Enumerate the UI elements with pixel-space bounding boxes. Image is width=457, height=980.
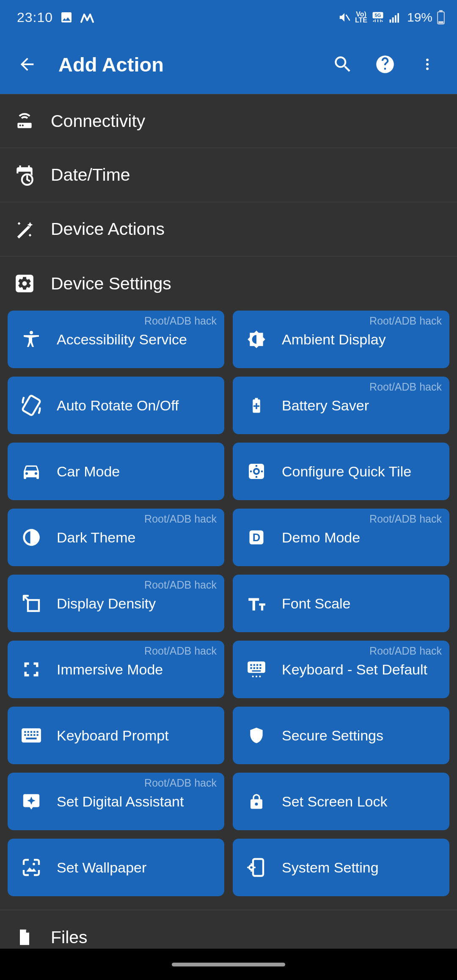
- tile-battery-saver[interactable]: Root/ADB hack Battery Saver: [233, 377, 449, 434]
- svg-rect-38: [259, 667, 261, 669]
- svg-rect-3: [389, 19, 391, 23]
- category-label: Device Actions: [51, 219, 165, 239]
- svg-rect-39: [252, 670, 261, 672]
- tile-label: Set Digital Assistant: [57, 793, 184, 810]
- tile-badge: Root/ADB hack: [144, 513, 217, 525]
- tile-set-screen-lock[interactable]: Set Screen Lock: [233, 773, 449, 830]
- router-icon: [12, 110, 37, 132]
- svg-rect-24: [250, 471, 252, 472]
- phone-gear-icon: [244, 857, 269, 878]
- tile-set-wallpaper[interactable]: Set Wallpaper: [8, 839, 224, 896]
- tile-badge: Root/ADB hack: [369, 513, 442, 525]
- tile-demo-mode[interactable]: Root/ADB hack D Demo Mode: [233, 509, 449, 566]
- tile-secure-settings[interactable]: Secure Settings: [233, 707, 449, 764]
- status-bar: 23:10 Vo)LTE 5G 19%: [0, 0, 457, 35]
- svg-rect-49: [24, 734, 26, 736]
- battery-icon: [437, 10, 445, 25]
- tile-badge: Root/ADB hack: [369, 381, 442, 393]
- tile-immersive-mode[interactable]: Root/ADB hack Immersive Mode: [8, 641, 224, 698]
- tile-system-setting[interactable]: System Setting: [233, 839, 449, 896]
- app-bar: Add Action: [0, 35, 457, 94]
- svg-point-15: [19, 124, 21, 126]
- tile-label: Keyboard Prompt: [57, 727, 169, 744]
- tile-dark-theme[interactable]: Root/ADB hack Dark Theme: [8, 509, 224, 566]
- svg-point-11: [426, 59, 429, 61]
- tile-label: Secure Settings: [282, 727, 383, 744]
- tile-accessibility-service[interactable]: Root/ADB hack Accessibility Service: [8, 311, 224, 368]
- svg-point-56: [33, 863, 35, 865]
- tile-label: System Setting: [282, 859, 379, 876]
- category-connectivity[interactable]: Connectivity: [0, 94, 457, 148]
- tile-font-scale[interactable]: Font Scale: [233, 575, 449, 632]
- tile-label: Set Screen Lock: [282, 793, 387, 810]
- tile-badge: Root/ADB hack: [369, 645, 442, 657]
- lock-icon: [244, 791, 269, 812]
- svg-rect-48: [37, 731, 39, 733]
- svg-rect-33: [256, 664, 258, 666]
- density-icon: [19, 593, 44, 614]
- tile-label: Font Scale: [282, 595, 351, 612]
- svg-rect-44: [24, 731, 26, 733]
- car-icon: [19, 461, 44, 482]
- svg-rect-25: [261, 471, 263, 472]
- content: Connectivity Date/Time Device Actions De…: [0, 94, 457, 949]
- category-label: Date/Time: [51, 165, 130, 185]
- svg-point-16: [22, 124, 24, 126]
- tile-label: Display Density: [57, 595, 156, 612]
- nav-bar: [0, 949, 457, 980]
- search-button[interactable]: [322, 43, 364, 85]
- volte-icon: Vo)LTE: [355, 11, 367, 24]
- svg-rect-50: [28, 734, 29, 736]
- tiles-grid: Root/ADB hack Accessibility Service Root…: [0, 311, 457, 910]
- svg-rect-5: [395, 15, 396, 23]
- category-device-actions[interactable]: Device Actions: [0, 202, 457, 256]
- category-files[interactable]: Files: [0, 910, 457, 949]
- tile-label: Configure Quick Tile: [282, 463, 411, 480]
- svg-rect-20: [22, 395, 41, 416]
- svg-rect-47: [33, 731, 35, 733]
- svg-rect-34: [259, 664, 261, 666]
- tile-car-mode[interactable]: Car Mode: [8, 443, 224, 500]
- rotate-icon: [19, 394, 44, 417]
- tile-keyboard-prompt[interactable]: Keyboard Prompt: [8, 707, 224, 764]
- svg-rect-32: [253, 664, 255, 666]
- tile-display-density[interactable]: Root/ADB hack Display Density: [8, 575, 224, 632]
- status-time: 23:10: [17, 10, 53, 25]
- tile-label: Ambient Display: [282, 331, 386, 348]
- help-button[interactable]: [364, 43, 406, 85]
- svg-rect-4: [392, 17, 394, 23]
- tile-configure-quick-tile[interactable]: Configure Quick Tile: [233, 443, 449, 500]
- home-indicator[interactable]: [172, 963, 285, 966]
- tile-auto-rotate[interactable]: Auto Rotate On/Off: [8, 377, 224, 434]
- battery-plus-icon: [244, 395, 269, 416]
- tile-label: Dark Theme: [57, 529, 135, 546]
- tile-label: Auto Rotate On/Off: [57, 397, 179, 414]
- tile-set-digital-assistant[interactable]: Root/ADB hack Set Digital Assistant: [8, 773, 224, 830]
- svg-point-12: [426, 63, 429, 66]
- settings-app-icon: [12, 273, 37, 294]
- section-label: Device Settings: [51, 274, 171, 294]
- calendar-clock-icon: [12, 165, 37, 186]
- svg-point-42: [259, 676, 261, 677]
- tile-label: Car Mode: [57, 463, 120, 480]
- svg-rect-59: [251, 863, 252, 865]
- arrow-back-icon: [17, 55, 37, 74]
- overflow-button[interactable]: [406, 43, 449, 85]
- svg-rect-60: [251, 870, 252, 872]
- tile-keyboard-set-default[interactable]: Root/ADB hack Keyboard - Set Default: [233, 641, 449, 698]
- category-datetime[interactable]: Date/Time: [0, 148, 457, 202]
- status-right: Vo)LTE 5G 19%: [338, 10, 445, 25]
- tile-label: Battery Saver: [282, 397, 369, 414]
- screen: 23:10 Vo)LTE 5G 19%: [0, 0, 457, 980]
- font-scale-icon: [244, 593, 269, 614]
- keyboard-icon: [19, 727, 44, 744]
- svg-rect-54: [26, 738, 37, 739]
- tile-label: Set Wallpaper: [57, 859, 146, 876]
- tile-ambient-display[interactable]: Root/ADB hack Ambient Display: [233, 311, 449, 368]
- brightness-icon: [244, 329, 269, 350]
- svg-rect-36: [253, 667, 255, 669]
- keyboard-hide-icon: [244, 659, 269, 680]
- back-button[interactable]: [8, 46, 46, 83]
- section-device-settings[interactable]: Device Settings: [0, 256, 457, 311]
- picture-icon: [60, 11, 73, 24]
